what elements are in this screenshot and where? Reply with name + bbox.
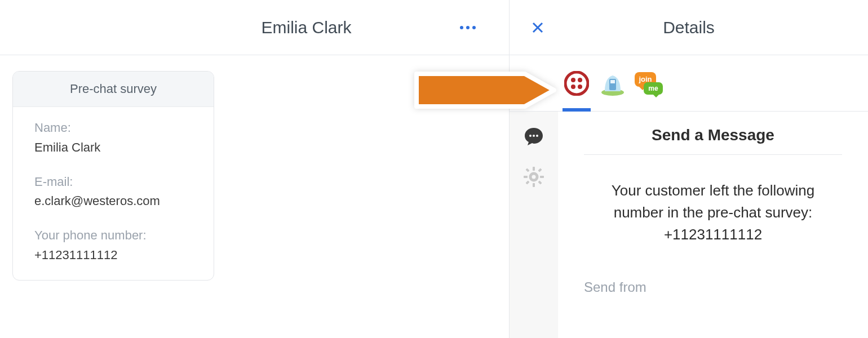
- svg-point-5: [571, 84, 575, 89]
- prechat-survey-title: Pre-chat survey: [13, 72, 214, 107]
- joinme-icon: join me: [635, 71, 663, 96]
- close-details-button[interactable]: [526, 16, 549, 39]
- svg-point-10: [529, 135, 532, 137]
- customer-number-text: Your customer left the following number …: [590, 180, 836, 246]
- conversation-title: Emilia Clark: [169, 18, 444, 37]
- survey-phone-value: +11231111112: [34, 247, 192, 264]
- joinme-icon-bottom: me: [644, 82, 663, 95]
- survey-email-label: E-mail:: [34, 174, 192, 191]
- svg-rect-20: [538, 168, 542, 172]
- integration-sidebar: [510, 112, 558, 338]
- survey-phone-label: Your phone number:: [34, 227, 192, 244]
- svg-rect-21: [525, 180, 529, 184]
- svg-rect-14: [533, 167, 535, 171]
- more-actions-button[interactable]: [455, 15, 481, 41]
- svg-point-13: [530, 174, 537, 180]
- gear-icon: [523, 166, 544, 188]
- svg-rect-15: [533, 183, 535, 187]
- close-icon: [531, 21, 544, 34]
- survey-field-phone: Your phone number: +11231111112: [34, 227, 192, 264]
- svg-rect-18: [525, 168, 529, 172]
- prechat-survey-card: Pre-chat survey Name: Emilia Clark E-mai…: [12, 71, 214, 281]
- integration-tab-twilio[interactable]: [563, 69, 591, 97]
- survey-field-email: E-mail: e.clark@westeros.com: [34, 174, 192, 211]
- send-from-label: Send from: [584, 279, 842, 295]
- survey-name-value: Emilia Clark: [34, 139, 192, 157]
- survey-field-name: Name: Emilia Clark: [34, 119, 192, 157]
- svg-rect-9: [610, 80, 615, 83]
- svg-point-3: [571, 78, 575, 82]
- svg-point-6: [578, 84, 582, 89]
- survey-name-label: Name:: [34, 119, 192, 137]
- svg-rect-17: [540, 176, 544, 178]
- more-icon: [460, 26, 476, 29]
- fullcontact-icon: [600, 71, 625, 96]
- settings-tab-button[interactable]: [521, 164, 546, 189]
- svg-point-2: [565, 72, 588, 95]
- svg-rect-16: [524, 176, 528, 178]
- integration-tab-fullcontact[interactable]: [599, 69, 627, 97]
- svg-rect-19: [538, 180, 542, 184]
- integrations-tabbar: join me: [510, 55, 868, 112]
- svg-point-4: [578, 78, 582, 82]
- chat-bubble-icon: [523, 126, 544, 147]
- twilio-icon: [564, 71, 589, 96]
- survey-email-value: e.clark@westeros.com: [34, 193, 192, 210]
- svg-point-11: [533, 135, 535, 137]
- messages-tab-button[interactable]: [521, 124, 546, 149]
- details-title: Details: [549, 18, 829, 37]
- svg-point-12: [536, 135, 538, 137]
- integration-tab-joinme[interactable]: join me: [635, 69, 663, 97]
- send-message-title: Send a Message: [584, 126, 842, 155]
